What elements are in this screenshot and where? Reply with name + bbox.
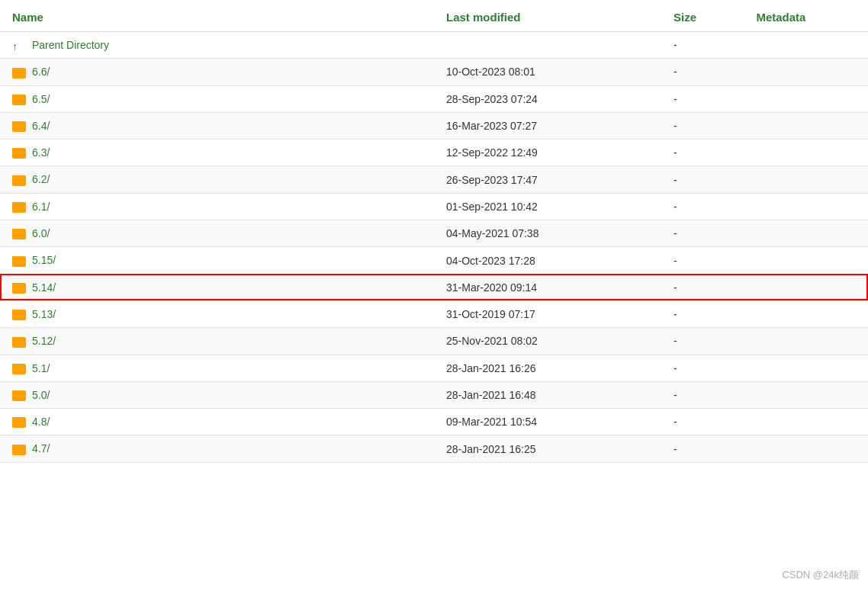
parent-metadata-cell [744,32,868,59]
table-row: 5.0/28-Jan-2021 16:48- [0,381,868,408]
entry-metadata-cell [744,140,868,166]
entry-modified-cell: 04-May-2021 07:38 [434,220,661,247]
entry-name-cell[interactable]: 6.6/ [0,59,434,85]
entry-name-cell[interactable]: 6.5/ [0,85,434,112]
table-header: Name Last modified Size Metadata [0,3,868,32]
entry-modified-cell: 04-Oct-2023 17:28 [434,247,661,274]
entry-name-cell[interactable]: 5.14/ [0,274,434,300]
entry-link[interactable]: 4.8/ [32,416,50,428]
folder-icon [12,337,26,348]
folder-icon [12,229,26,239]
parent-directory-row: ↑ Parent Directory - [0,32,868,59]
folder-icon [12,148,26,159]
folder-icon [12,202,26,213]
folder-icon [12,175,26,186]
entry-size-cell: - [661,435,744,462]
up-arrow-icon: ↑ [12,40,23,51]
directory-listing: Name Last modified Size Metadata ↑ Paren… [0,3,868,463]
entry-name-cell[interactable]: 6.2/ [0,166,434,193]
entry-name-cell[interactable]: 6.4/ [0,112,434,139]
entry-link[interactable]: 6.2/ [32,173,50,185]
table-row: 6.3/12-Sep-2022 12:49- [0,140,868,166]
parent-directory-link[interactable]: Parent Directory [32,39,109,51]
entry-link[interactable]: 4.7/ [32,442,50,454]
entry-link[interactable]: 6.5/ [32,93,50,105]
entry-name-cell[interactable]: 5.13/ [0,300,434,327]
column-name: Name [0,3,434,32]
entry-link[interactable]: 5.15/ [32,254,56,266]
entry-link[interactable]: 5.14/ [32,281,56,294]
entry-metadata-cell [744,435,868,462]
entry-modified-cell: 28-Sep-2023 07:24 [434,85,661,112]
entry-metadata-cell [744,166,868,193]
entry-modified-cell: 16-Mar-2023 07:27 [434,112,661,139]
entry-size-cell: - [661,112,744,139]
folder-icon [12,283,26,294]
folder-icon [12,121,26,132]
folder-icon [12,95,26,105]
folder-icon [12,445,26,455]
entry-modified-cell: 01-Sep-2021 10:42 [434,193,661,220]
column-last-modified: Last modified [434,3,661,32]
entry-size-cell: - [661,193,744,220]
table-row: 5.1/28-Jan-2021 16:26- [0,355,868,381]
entry-link[interactable]: 5.1/ [32,362,50,374]
entry-modified-cell: 28-Jan-2021 16:48 [434,381,661,408]
entry-name-cell[interactable]: 4.7/ [0,435,434,462]
table-row: 4.7/28-Jan-2021 16:25- [0,435,868,462]
table-row: 4.8/09-Mar-2021 10:54- [0,409,868,435]
entry-link[interactable]: 6.4/ [32,120,50,132]
entry-name-cell[interactable]: 5.15/ [0,247,434,274]
entry-modified-cell: 26-Sep-2023 17:47 [434,166,661,193]
watermark-text: CSDN @24k纯颜 [782,568,859,582]
table-row: 5.14/31-Mar-2020 09:14- [0,274,868,300]
parent-directory-cell[interactable]: ↑ Parent Directory [0,32,434,59]
entry-link[interactable]: 6.3/ [32,146,50,159]
entry-modified-cell: 31-Oct-2019 07:17 [434,300,661,327]
entry-modified-cell: 28-Jan-2021 16:25 [434,435,661,462]
table-row: 5.12/25-Nov-2021 08:02- [0,328,868,355]
entry-modified-cell: 31-Mar-2020 09:14 [434,274,661,300]
entry-modified-cell: 28-Jan-2021 16:26 [434,355,661,381]
entry-link[interactable]: 5.0/ [32,389,50,401]
table-row: 6.0/04-May-2021 07:38- [0,220,868,247]
table-row: 6.4/16-Mar-2023 07:27- [0,112,868,139]
entry-link[interactable]: 5.12/ [32,335,56,347]
entry-link[interactable]: 6.0/ [32,227,50,239]
table-row: 6.1/01-Sep-2021 10:42- [0,193,868,220]
entry-metadata-cell [744,112,868,139]
folder-icon [12,364,26,374]
entry-metadata-cell [744,409,868,435]
entry-name-cell[interactable]: 5.12/ [0,328,434,355]
entry-size-cell: - [661,85,744,112]
entry-metadata-cell [744,300,868,327]
entry-size-cell: - [661,409,744,435]
folder-icon [12,256,26,267]
table-row: 6.5/28-Sep-2023 07:24- [0,85,868,112]
entry-name-cell[interactable]: 4.8/ [0,409,434,435]
entry-size-cell: - [661,355,744,381]
entry-link[interactable]: 5.13/ [32,308,56,320]
entry-name-cell[interactable]: 6.0/ [0,220,434,247]
entry-name-cell[interactable]: 5.1/ [0,355,434,381]
table-row: 6.2/26-Sep-2023 17:47- [0,166,868,193]
entry-name-cell[interactable]: 6.1/ [0,193,434,220]
entry-metadata-cell [744,328,868,355]
column-metadata: Metadata [744,3,868,32]
entry-link[interactable]: 6.1/ [32,201,50,213]
folder-icon [12,310,26,320]
column-size: Size [661,3,744,32]
parent-modified-cell [434,32,661,59]
entry-name-cell[interactable]: 5.0/ [0,381,434,408]
table-row: 5.13/31-Oct-2019 07:17- [0,300,868,327]
entry-metadata-cell [744,59,868,85]
entry-modified-cell: 12-Sep-2022 12:49 [434,140,661,166]
entry-metadata-cell [744,381,868,408]
entry-metadata-cell [744,274,868,300]
entry-metadata-cell [744,85,868,112]
entry-size-cell: - [661,166,744,193]
entry-link[interactable]: 6.6/ [32,66,50,78]
entry-name-cell[interactable]: 6.3/ [0,140,434,166]
entry-size-cell: - [661,247,744,274]
parent-size-cell: - [661,32,744,59]
